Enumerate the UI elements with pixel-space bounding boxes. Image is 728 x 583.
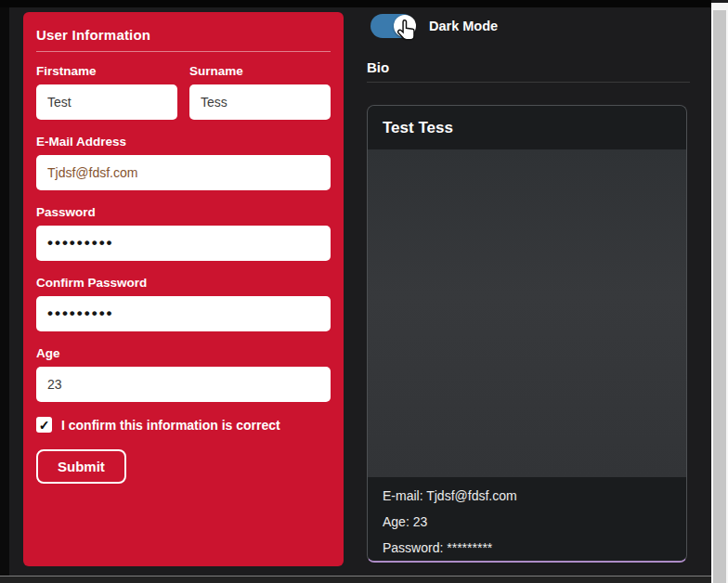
submit-button[interactable]: Submit bbox=[36, 449, 126, 484]
confirm-password-label: Confirm Password bbox=[36, 276, 331, 290]
surname-input[interactable] bbox=[189, 84, 331, 120]
surname-label: Surname bbox=[189, 64, 331, 78]
window-left-edge bbox=[0, 7, 9, 576]
confirm-checkbox-row: ✓ I confirm this information is correct bbox=[36, 417, 331, 433]
password-label: Password bbox=[36, 205, 331, 219]
bio-password-line: Password: ********* bbox=[383, 540, 671, 555]
bio-card-footer: E-mail: Tjdsf@fdsf.com Age: 23 Password:… bbox=[368, 477, 686, 561]
scrollbar-thumb[interactable] bbox=[713, 10, 726, 583]
age-label: Age bbox=[36, 346, 331, 360]
email-input[interactable] bbox=[36, 155, 331, 190]
firstname-input[interactable] bbox=[36, 84, 177, 120]
bio-card-body bbox=[368, 149, 686, 477]
user-information-panel: User Information Firstname Surname E-Mai… bbox=[23, 12, 344, 566]
firstname-label: Firstname bbox=[36, 64, 177, 78]
bio-email-line: E-mail: Tjdsf@fdsf.com bbox=[383, 488, 671, 503]
checkmark-icon: ✓ bbox=[39, 419, 50, 432]
bio-card-title: Test Tess bbox=[383, 119, 453, 137]
bio-age-line: Age: 23 bbox=[383, 514, 671, 529]
window-top-edge bbox=[0, 0, 711, 7]
dark-mode-toggle-row: Dark Mode bbox=[367, 13, 690, 39]
confirm-checkbox-label: I confirm this information is correct bbox=[61, 418, 280, 433]
cursor-pointer-icon bbox=[395, 19, 418, 45]
confirm-checkbox[interactable]: ✓ bbox=[36, 417, 52, 433]
bio-divider bbox=[367, 82, 690, 83]
bio-card: Test Tess E-mail: Tjdsf@fdsf.com Age: 23… bbox=[367, 105, 687, 563]
bio-section-title: Bio bbox=[367, 59, 690, 75]
password-input[interactable] bbox=[36, 226, 331, 261]
bio-column: Dark Mode Bio Test Tess E-mail: Tjdsf@fd… bbox=[367, 13, 690, 563]
dark-mode-label: Dark Mode bbox=[429, 19, 498, 33]
panel-title: User Information bbox=[36, 27, 331, 43]
window-bottom-edge bbox=[0, 576, 711, 583]
age-input[interactable] bbox=[36, 367, 331, 402]
page-scrollbar[interactable] bbox=[711, 3, 728, 583]
bio-card-header: Test Tess bbox=[368, 106, 686, 149]
title-divider bbox=[36, 51, 331, 52]
confirm-password-input[interactable] bbox=[36, 296, 331, 331]
email-label: E-Mail Address bbox=[36, 135, 331, 149]
